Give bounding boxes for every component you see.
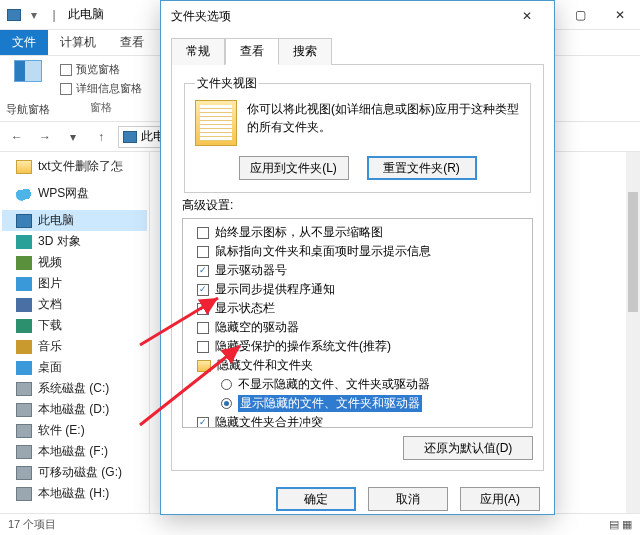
adv-setting-row[interactable]: 不显示隐藏的文件、文件夹或驱动器	[185, 375, 530, 394]
tree-item[interactable]: 本地磁盘 (H:)	[2, 483, 147, 504]
tree-item[interactable]: WPS网盘	[2, 183, 147, 204]
doc-icon	[16, 298, 32, 312]
tree-item[interactable]: 可移动磁盘 (G:)	[2, 462, 147, 483]
vertical-scrollbar[interactable]	[626, 152, 640, 513]
music-icon	[16, 340, 32, 354]
tree-item[interactable]: 音乐	[2, 336, 147, 357]
pic-icon	[16, 277, 32, 291]
dialog-title-bar: 文件夹选项 ✕	[161, 1, 554, 31]
adv-setting-label: 显示驱动器号	[215, 262, 287, 279]
maximize-button[interactable]: ▢	[560, 0, 600, 30]
folder-options-dialog: 文件夹选项 ✕ 常规 查看 搜索 文件夹视图 你可以将此视图(如详细信息或图标)…	[160, 0, 555, 515]
checkbox-icon	[197, 417, 209, 429]
tree-item-label: 此电脑	[38, 212, 74, 229]
folder-views-legend: 文件夹视图	[195, 75, 259, 92]
adv-setting-row[interactable]: 显示状态栏	[185, 299, 530, 318]
pc-icon	[16, 214, 32, 228]
adv-setting-label: 始终显示图标，从不显示缩略图	[215, 224, 383, 241]
tree-item-label: 下载	[38, 317, 62, 334]
tree-item[interactable]: txt文件删除了怎	[2, 156, 147, 177]
checkbox-icon	[197, 322, 209, 334]
tree-item-label: 可移动磁盘 (G:)	[38, 464, 122, 481]
radio-icon	[221, 398, 232, 409]
forward-button[interactable]: →	[34, 126, 56, 148]
divider-icon: |	[46, 7, 62, 23]
adv-setting-row[interactable]: 隐藏受保护的操作系统文件(推荐)	[185, 337, 530, 356]
tree-item[interactable]: 文档	[2, 294, 147, 315]
back-button[interactable]: ←	[6, 126, 28, 148]
tree-item[interactable]: 下载	[2, 315, 147, 336]
restore-defaults-button[interactable]: 还原为默认值(D)	[403, 436, 533, 460]
panes-group-label: 窗格	[90, 100, 112, 115]
tree-item[interactable]: 本地磁盘 (D:)	[2, 399, 147, 420]
disk-icon	[16, 424, 32, 438]
advanced-settings-tree[interactable]: 始终显示图标，从不显示缩略图鼠标指向文件夹和桌面项时显示提示信息显示驱动器号显示…	[182, 218, 533, 428]
desk-icon	[16, 361, 32, 375]
up-button[interactable]: ↑	[90, 126, 112, 148]
dl-icon	[16, 319, 32, 333]
dialog-title: 文件夹选项	[171, 8, 231, 25]
checkbox-icon	[197, 227, 209, 239]
adv-setting-label: 隐藏文件夹合并冲突	[215, 414, 323, 428]
view-mode-icons[interactable]: ▤ ▦	[609, 518, 632, 531]
navigation-tree[interactable]: txt文件删除了怎WPS网盘此电脑3D 对象视频图片文档下载音乐桌面系统磁盘 (…	[0, 152, 150, 513]
adv-setting-label: 不显示隐藏的文件、文件夹或驱动器	[238, 376, 430, 393]
dialog-close-button[interactable]: ✕	[510, 5, 544, 27]
adv-setting-row[interactable]: 隐藏文件和文件夹	[185, 356, 530, 375]
adv-setting-row[interactable]: 鼠标指向文件夹和桌面项时显示提示信息	[185, 242, 530, 261]
apply-button[interactable]: 应用(A)	[460, 487, 540, 511]
ribbon-tab-view[interactable]: 查看	[108, 30, 156, 55]
checkbox-icon	[197, 341, 209, 353]
file-tab[interactable]: 文件	[0, 30, 48, 55]
tab-view[interactable]: 查看	[225, 38, 279, 65]
ribbon-tab-computer[interactable]: 计算机	[48, 30, 108, 55]
details-pane-toggle[interactable]: 详细信息窗格	[60, 81, 142, 96]
navpane-icon[interactable]	[14, 60, 42, 82]
tree-item[interactable]: 软件 (E:)	[2, 420, 147, 441]
dropdown-icon[interactable]: ▾	[26, 7, 42, 23]
adv-setting-label: 隐藏空的驱动器	[215, 319, 299, 336]
preview-pane-toggle[interactable]: 预览窗格	[60, 62, 120, 77]
checkbox-icon	[197, 246, 209, 258]
adv-setting-row[interactable]: 显示隐藏的文件、文件夹和驱动器	[185, 394, 530, 413]
apply-to-folders-button[interactable]: 应用到文件夹(L)	[239, 156, 349, 180]
ok-button[interactable]: 确定	[276, 487, 356, 511]
tree-item[interactable]: 此电脑	[2, 210, 147, 231]
cloud-icon	[16, 187, 32, 201]
tree-item-label: 图片	[38, 275, 62, 292]
obj3d-icon	[16, 235, 32, 249]
cancel-button[interactable]: 取消	[368, 487, 448, 511]
adv-setting-row[interactable]: 隐藏文件夹合并冲突	[185, 413, 530, 428]
adv-setting-label: 显示隐藏的文件、文件夹和驱动器	[238, 395, 422, 412]
video-icon	[16, 256, 32, 270]
navpane-label: 导航窗格	[6, 102, 50, 117]
tree-item[interactable]: 图片	[2, 273, 147, 294]
tree-item[interactable]: 本地磁盘 (F:)	[2, 441, 147, 462]
tree-item[interactable]: 视频	[2, 252, 147, 273]
explorer-title: 此电脑	[68, 6, 104, 23]
adv-setting-row[interactable]: 显示驱动器号	[185, 261, 530, 280]
tree-item-label: 视频	[38, 254, 62, 271]
tree-item-label: 本地磁盘 (F:)	[38, 443, 108, 460]
tree-item[interactable]: 系统磁盘 (C:)	[2, 378, 147, 399]
dialog-footer: 确定 取消 应用(A)	[161, 479, 554, 519]
checkbox-icon	[197, 303, 209, 315]
disk-icon	[16, 403, 32, 417]
tab-search[interactable]: 搜索	[279, 38, 332, 65]
disk-icon	[16, 466, 32, 480]
adv-setting-row[interactable]: 显示同步提供程序通知	[185, 280, 530, 299]
tree-item-label: 音乐	[38, 338, 62, 355]
folder-icon	[197, 360, 211, 372]
adv-setting-row[interactable]: 隐藏空的驱动器	[185, 318, 530, 337]
recent-button[interactable]: ▾	[62, 126, 84, 148]
tree-item-label: 文档	[38, 296, 62, 313]
tree-item-label: txt文件删除了怎	[38, 158, 123, 175]
tree-item[interactable]: 3D 对象	[2, 231, 147, 252]
close-button[interactable]: ✕	[600, 0, 640, 30]
tab-general[interactable]: 常规	[171, 38, 225, 65]
tree-item-label: WPS网盘	[38, 185, 89, 202]
tree-item[interactable]: 桌面	[2, 357, 147, 378]
adv-setting-row[interactable]: 始终显示图标，从不显示缩略图	[185, 223, 530, 242]
reset-folders-button[interactable]: 重置文件夹(R)	[367, 156, 477, 180]
navpane-group: 导航窗格	[6, 60, 50, 117]
